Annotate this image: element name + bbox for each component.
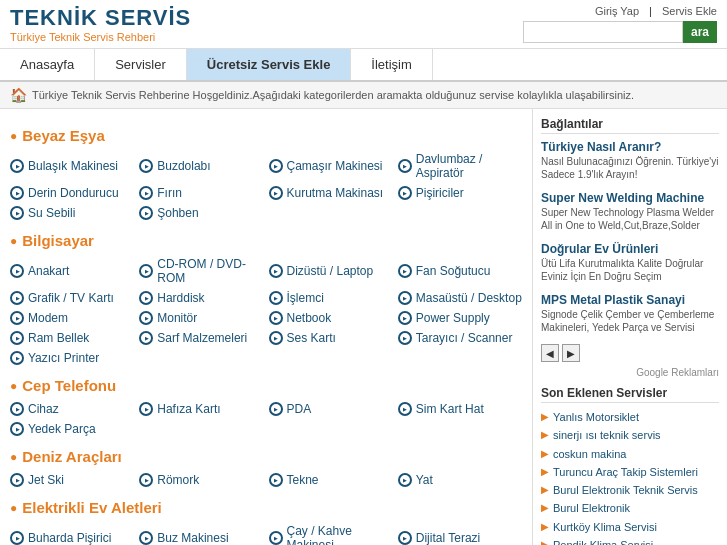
home-icon: 🏠	[10, 87, 27, 103]
list-item[interactable]: Derin Dondurucu	[10, 184, 134, 202]
list-item[interactable]: Dizüstü / Laptop	[269, 255, 393, 287]
list-item[interactable]: Ram Bellek	[10, 329, 134, 347]
bullet-icon	[269, 473, 283, 487]
list-item[interactable]: Pişiriciler	[398, 184, 522, 202]
list-item[interactable]: Yat	[398, 471, 522, 489]
bullet-icon: ▶	[541, 411, 549, 422]
list-item[interactable]: Şohben	[139, 204, 263, 222]
list-item[interactable]: PDA	[269, 400, 393, 418]
bullet-icon	[10, 311, 24, 325]
bullet-icon	[139, 311, 153, 325]
list-item[interactable]: Çay / Kahve Makinesi	[269, 522, 393, 545]
sidebar-link-title-2[interactable]: Super New Welding Machine	[541, 191, 719, 205]
recent-item-4[interactable]: ▶Burul Elektronik Teknik Servis	[541, 481, 719, 499]
list-item[interactable]: Masaüstü / Desktop	[398, 289, 522, 307]
list-item[interactable]: Dijital Terazi	[398, 522, 522, 545]
bullet-icon	[398, 531, 412, 545]
bullet-icon	[10, 291, 24, 305]
list-item[interactable]: Buzdolabı	[139, 150, 263, 182]
bullet-icon: ▶	[541, 448, 549, 459]
recent-item-2[interactable]: ▶coskun makina	[541, 445, 719, 463]
list-item[interactable]: Grafik / TV Kartı	[10, 289, 134, 307]
recent-item-3[interactable]: ▶Turuncu Araç Takip Sistemleri	[541, 463, 719, 481]
list-item[interactable]: Tarayıcı / Scanner	[398, 329, 522, 347]
bullet-icon	[10, 206, 24, 220]
sidebar: Bağlantılar Türkiye Nasıl Aranır? Nasıl …	[532, 109, 727, 545]
category-bilgisayar: Bilgisayar	[10, 232, 522, 249]
list-item[interactable]: Yedek Parça	[10, 420, 134, 438]
list-item[interactable]: Sarf Malzemeleri	[139, 329, 263, 347]
bullet-icon: ▶	[541, 466, 549, 477]
list-item[interactable]: Çamaşır Makinesi	[269, 150, 393, 182]
list-item[interactable]: Davlumbaz / Aspiratör	[398, 150, 522, 182]
list-item[interactable]: Netbook	[269, 309, 393, 327]
nav-services[interactable]: Servisler	[95, 49, 187, 80]
sidebar-link-title-1[interactable]: Türkiye Nasıl Aranır?	[541, 140, 719, 154]
list-item[interactable]: CD-ROM / DVD-ROM	[139, 255, 263, 287]
list-item[interactable]: Bulaşık Makinesi	[10, 150, 134, 182]
list-item[interactable]: Cihaz	[10, 400, 134, 418]
list-item[interactable]: Ses Kartı	[269, 329, 393, 347]
bullet-icon	[139, 206, 153, 220]
search-input[interactable]	[523, 21, 683, 43]
list-item[interactable]: Tekne	[269, 471, 393, 489]
sidebar-link-desc-4: Signode Çelik Çember ve Çemberleme Makin…	[541, 308, 719, 334]
nav: Anasayfa Servisler Ücretsiz Servis Ekle …	[0, 49, 727, 82]
sidebar-link-3: Doğrular Ev Ürünleri Ütü Lifa Kurutmalık…	[541, 242, 719, 283]
logo-area: TEKNİK SERVİS Türkiye Teknik Servis Rehb…	[10, 5, 191, 43]
google-ads-label: Google Reklamları	[541, 367, 719, 378]
recent-item-5[interactable]: ▶Burul Elektronik	[541, 499, 719, 517]
content-area: Beyaz Eşya Bulaşık Makinesi Buzdolabı Ça…	[0, 109, 532, 545]
sidebar-link-title-3[interactable]: Doğrular Ev Ürünleri	[541, 242, 719, 256]
search-button[interactable]: ara	[683, 21, 717, 43]
list-item[interactable]: Su Sebili	[10, 204, 134, 222]
bullet-icon	[139, 402, 153, 416]
nav-home[interactable]: Anasayfa	[0, 49, 95, 80]
list-item[interactable]: Kurutma Makinası	[269, 184, 393, 202]
nav-add-service[interactable]: Ücretsiz Servis Ekle	[187, 49, 352, 80]
recent-item-1[interactable]: ▶sinerjı ısı teknik servis	[541, 426, 719, 444]
bullet-icon	[269, 159, 283, 173]
logo-title: TEKNİK SERVİS	[10, 5, 191, 31]
list-item[interactable]: Fırın	[139, 184, 263, 202]
welcome-text: Türkiye Teknik Servis Rehberine Hoşgeldi…	[32, 89, 634, 101]
recent-item-0[interactable]: ▶Yanlıs Motorsiklet	[541, 408, 719, 426]
list-item[interactable]: Harddisk	[139, 289, 263, 307]
list-item[interactable]: Power Supply	[398, 309, 522, 327]
bullet-icon	[10, 402, 24, 416]
add-service-link[interactable]: Servis Ekle	[662, 5, 717, 17]
sidebar-link-title-4[interactable]: MPS Metal Plastik Sanayi	[541, 293, 719, 307]
list-item[interactable]: Römork	[139, 471, 263, 489]
recent-item-7[interactable]: ▶Pendik Klima Servisi	[541, 536, 719, 545]
bullet-icon	[269, 531, 283, 545]
prev-arrow[interactable]: ◀	[541, 344, 559, 362]
bullet-icon	[139, 264, 153, 278]
list-item[interactable]: Jet Ski	[10, 471, 134, 489]
recent-item-6[interactable]: ▶Kurtköy Klima Servisi	[541, 518, 719, 536]
welcome-bar: 🏠 Türkiye Teknik Servis Rehberine Hoşgel…	[0, 82, 727, 109]
list-item[interactable]: Yazıcı Printer	[10, 349, 522, 367]
nav-arrows: ◀ ▶	[541, 344, 719, 362]
list-item[interactable]: Hafıza Kartı	[139, 400, 263, 418]
connections-title: Bağlantılar	[541, 117, 719, 134]
list-item[interactable]: Buz Makinesi	[139, 522, 263, 545]
bullet-icon	[398, 159, 412, 173]
next-arrow[interactable]: ▶	[562, 344, 580, 362]
list-item[interactable]: Monitör	[139, 309, 263, 327]
bullet-icon: ▶	[541, 484, 549, 495]
list-item[interactable]: Buharda Pişirici	[10, 522, 134, 545]
bullet-icon	[398, 186, 412, 200]
list-item[interactable]: İşlemci	[269, 289, 393, 307]
login-link[interactable]: Giriş Yap	[595, 5, 639, 17]
bullet-icon	[269, 331, 283, 345]
bullet-icon	[269, 264, 283, 278]
search-area: ara	[523, 21, 717, 43]
list-item[interactable]: Fan Soğutucu	[398, 255, 522, 287]
list-item[interactable]: Anakart	[10, 255, 134, 287]
bullet-icon	[10, 531, 24, 545]
list-item[interactable]: Sim Kart Hat	[398, 400, 522, 418]
nav-contact[interactable]: İletişim	[351, 49, 432, 80]
list-item[interactable]: Modem	[10, 309, 134, 327]
bullet-icon	[10, 159, 24, 173]
bullet-icon: ▶	[541, 521, 549, 532]
